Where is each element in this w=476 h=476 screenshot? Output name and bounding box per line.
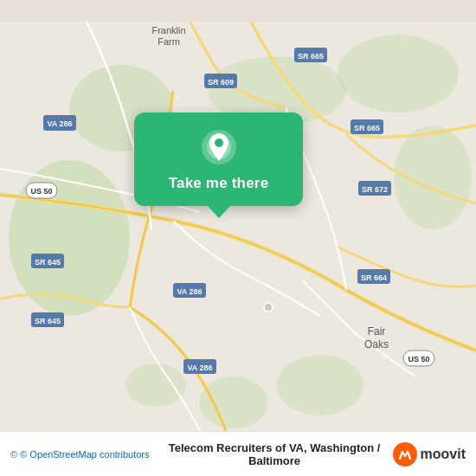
location-info: Telecom Recruiters of VA, Washington / B…	[157, 441, 393, 467]
svg-text:Fair: Fair	[368, 325, 386, 338]
svg-text:SR 665: SR 665	[298, 52, 324, 61]
svg-point-7	[199, 376, 268, 428]
svg-text:US 50: US 50	[408, 355, 429, 363]
map-container: VA 286 US 50 SR 665 SR 665 SR 609 SR 672…	[0, 0, 476, 476]
svg-text:VA 286: VA 286	[187, 363, 212, 372]
svg-text:SR 645: SR 645	[35, 258, 61, 267]
location-pin-icon	[200, 128, 238, 166]
svg-text:SR 664: SR 664	[361, 273, 387, 282]
bottom-bar: © © OpenStreetMap contributors Telecom R…	[0, 431, 476, 476]
svg-text:VA 286: VA 286	[177, 287, 202, 296]
svg-point-37	[264, 303, 273, 312]
svg-text:SR 609: SR 609	[208, 78, 234, 87]
moovit-icon	[393, 442, 417, 466]
svg-point-1	[9, 160, 130, 316]
svg-point-6	[277, 355, 363, 415]
map-background: VA 286 US 50 SR 665 SR 665 SR 609 SR 672…	[0, 0, 476, 476]
svg-text:SR 665: SR 665	[354, 124, 380, 132]
svg-point-4	[338, 35, 459, 113]
take-me-there-button[interactable]: Take me there	[169, 175, 269, 192]
moovit-logo: moovit	[393, 442, 466, 466]
svg-text:Farm: Farm	[158, 36, 180, 47]
svg-text:SR 672: SR 672	[362, 185, 388, 194]
svg-text:SR 645: SR 645	[35, 317, 61, 325]
svg-text:VA 286: VA 286	[47, 119, 72, 128]
svg-text:Oaks: Oaks	[364, 338, 389, 351]
moovit-text: moovit	[421, 447, 466, 462]
copyright-symbol: ©	[10, 449, 20, 460]
svg-point-8	[125, 363, 186, 407]
svg-text:US 50: US 50	[30, 187, 52, 196]
svg-point-40	[215, 138, 223, 147]
svg-text:Franklin: Franklin	[151, 25, 185, 35]
copyright-text: © © OpenStreetMap contributors	[10, 449, 150, 460]
openstreetmap-link[interactable]: © OpenStreetMap contributors	[20, 449, 149, 460]
popup-card: Take me there	[134, 113, 303, 206]
